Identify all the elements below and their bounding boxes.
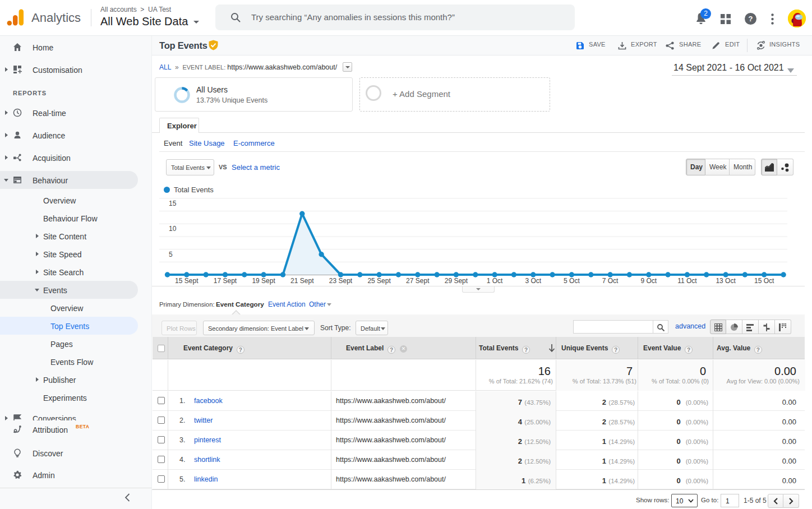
svg-text:13 Oct: 13 Oct: [716, 277, 736, 285]
svg-text:9 Oct: 9 Oct: [640, 277, 657, 285]
svg-text:7 Oct: 7 Oct: [602, 277, 619, 285]
svg-text:23 Sept: 23 Sept: [329, 277, 353, 285]
svg-text:1 Oct: 1 Oct: [487, 277, 503, 285]
svg-text:15 Oct: 15 Oct: [754, 277, 774, 285]
svg-text:5: 5: [169, 251, 173, 258]
svg-text:21 Sept: 21 Sept: [290, 277, 314, 285]
svg-text:29 Sept: 29 Sept: [445, 277, 468, 285]
svg-text:25 Sept: 25 Sept: [367, 277, 391, 285]
svg-text:15: 15: [169, 200, 177, 207]
svg-text:5 Oct: 5 Oct: [564, 277, 580, 285]
svg-text:27 Sept: 27 Sept: [406, 277, 430, 285]
svg-text:3 Oct: 3 Oct: [525, 277, 541, 285]
svg-text:15 Sept: 15 Sept: [175, 277, 199, 285]
svg-text:17 Sept: 17 Sept: [214, 277, 237, 285]
svg-text:10: 10: [169, 225, 177, 233]
svg-text:?: ?: [749, 15, 753, 23]
svg-text:19 Sept: 19 Sept: [252, 277, 275, 285]
svg-text:11 Oct: 11 Oct: [677, 277, 697, 285]
